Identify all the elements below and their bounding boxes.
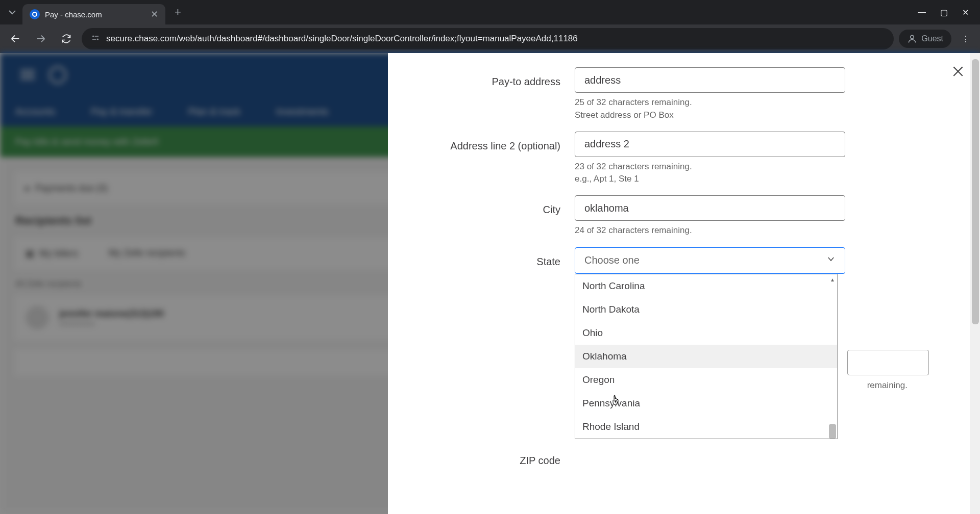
scroll-up-icon[interactable]: ▲	[828, 275, 837, 285]
svg-rect-3	[92, 39, 96, 40]
browser-menu-button[interactable]: ⋮	[957, 34, 975, 44]
flyout-scrollbar[interactable]	[970, 53, 980, 514]
pay-to-remaining: 25 of 32 characters remaining.	[575, 96, 845, 109]
addr2-remaining: 23 of 32 characters remaining.	[575, 160, 845, 173]
browser-titlebar: Pay - chase.com ✕ + — ▢ ✕	[0, 0, 980, 24]
state-option[interactable]: Rhode Island	[575, 415, 837, 439]
site-settings-icon[interactable]	[91, 33, 100, 44]
maximize-icon[interactable]: ▢	[940, 8, 948, 17]
state-label: State	[416, 247, 575, 269]
pay-to-address-row: Pay-to address 25 of 32 characters remai…	[416, 67, 951, 120]
svg-point-0	[92, 36, 94, 37]
reload-button[interactable]	[56, 29, 77, 49]
close-window-icon[interactable]: ✕	[962, 8, 969, 17]
phone-row: Phone number (optional)	[416, 506, 951, 515]
city-label: City	[416, 195, 575, 217]
flyout-scrollbar-thumb[interactable]	[972, 59, 979, 324]
state-option[interactable]: Oregon	[575, 368, 837, 392]
back-button[interactable]	[5, 29, 26, 49]
state-option[interactable]: Oklahoma	[575, 345, 837, 368]
chase-favicon	[30, 9, 40, 19]
reload-icon	[61, 34, 71, 44]
pay-to-address-input[interactable]	[575, 67, 845, 93]
close-flyout-button[interactable]	[951, 64, 965, 82]
zip-remaining-partial: remaining.	[867, 380, 908, 391]
pay-to-hint: Street address or PO Box	[575, 110, 845, 120]
address-line-2-input[interactable]	[575, 132, 845, 157]
zip-row: ZIP code	[416, 446, 951, 468]
state-option[interactable]: Ohio	[575, 321, 837, 345]
add-payee-flyout: Pay-to address 25 of 32 characters remai…	[388, 53, 980, 514]
browser-toolbar: secure.chase.com/web/auth/dashboard#/das…	[0, 24, 980, 53]
city-input[interactable]	[575, 195, 845, 221]
person-icon	[907, 34, 917, 44]
scrollbar-thumb[interactable]	[829, 424, 836, 439]
arrow-left-icon	[10, 33, 21, 44]
state-option[interactable]: North Carolina	[575, 274, 837, 298]
city-row: City 24 of 32 characters remaining.	[416, 195, 951, 237]
phone-label: Phone number (optional)	[416, 506, 575, 515]
svg-point-4	[911, 35, 914, 39]
close-icon	[951, 65, 965, 78]
tab-title: Pay - chase.com	[45, 10, 145, 19]
svg-rect-1	[95, 36, 99, 37]
arrow-right-icon	[35, 33, 46, 44]
page-viewport: Accounts Pay & transfer Plan & track Inv…	[0, 53, 980, 514]
svg-point-2	[97, 39, 99, 40]
pay-to-address-label: Pay-to address	[416, 67, 575, 89]
zip-label: ZIP code	[416, 446, 575, 468]
forward-button[interactable]	[31, 29, 51, 49]
guest-label: Guest	[921, 34, 943, 43]
tab-strip: Pay - chase.com ✕ +	[4, 0, 181, 24]
state-option[interactable]: North Dakota	[575, 298, 837, 321]
url-text: secure.chase.com/web/auth/dashboard#/das…	[106, 34, 578, 44]
profile-button[interactable]: Guest	[899, 30, 951, 48]
state-dropdown-list[interactable]: ▲ North CarolinaNorth DakotaOhioOklahoma…	[575, 274, 838, 439]
addr2-hint: e.g., Apt 1, Ste 1	[575, 174, 845, 184]
close-tab-icon[interactable]: ✕	[151, 9, 158, 20]
state-option[interactable]: Pennsylvania	[575, 392, 837, 415]
window-controls: — ▢ ✕	[918, 8, 976, 17]
minimize-icon[interactable]: —	[918, 8, 926, 17]
chevron-down-icon	[9, 9, 16, 16]
browser-tab[interactable]: Pay - chase.com ✕	[22, 4, 165, 24]
chevron-down-icon	[826, 254, 836, 266]
address-bar[interactable]: secure.chase.com/web/auth/dashboard#/das…	[82, 28, 894, 49]
zip-extension-input[interactable]	[847, 350, 929, 375]
address-line-2-row: Address line 2 (optional) 23 of 32 chara…	[416, 132, 951, 185]
address-line-2-label: Address line 2 (optional)	[416, 132, 575, 153]
new-tab-button[interactable]: +	[175, 6, 181, 19]
state-select[interactable]: Choose one	[575, 247, 845, 274]
city-remaining: 24 of 32 characters remaining.	[575, 224, 845, 237]
state-placeholder: Choose one	[584, 254, 640, 266]
tab-search-dropdown[interactable]	[4, 4, 20, 20]
state-row: State Choose one ▲ North CarolinaNorth D…	[416, 247, 951, 439]
